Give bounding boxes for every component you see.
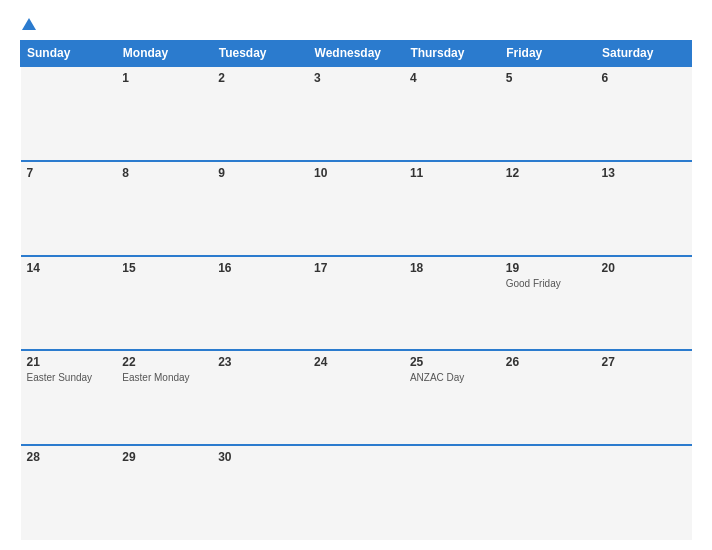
day-number: 17	[314, 261, 398, 275]
weekday-header-monday: Monday	[116, 41, 212, 67]
calendar-cell: 21Easter Sunday	[21, 350, 117, 445]
weekday-header-friday: Friday	[500, 41, 596, 67]
day-number: 25	[410, 355, 494, 369]
day-number: 7	[27, 166, 111, 180]
day-number: 14	[27, 261, 111, 275]
calendar-cell: 28	[21, 445, 117, 540]
day-number: 19	[506, 261, 590, 275]
calendar-cell: 10	[308, 161, 404, 256]
calendar-cell: 11	[404, 161, 500, 256]
calendar-cell: 8	[116, 161, 212, 256]
calendar-cell: 20	[596, 256, 692, 351]
calendar-cell	[500, 445, 596, 540]
calendar-cell: 1	[116, 66, 212, 161]
week-row-2: 141516171819Good Friday20	[21, 256, 692, 351]
day-number: 24	[314, 355, 398, 369]
calendar-cell: 3	[308, 66, 404, 161]
day-number: 9	[218, 166, 302, 180]
calendar-cell: 26	[500, 350, 596, 445]
day-number: 22	[122, 355, 206, 369]
calendar-header	[20, 18, 692, 30]
calendar-cell: 2	[212, 66, 308, 161]
calendar-cell: 15	[116, 256, 212, 351]
day-number: 1	[122, 71, 206, 85]
logo-blue-row	[20, 18, 36, 30]
week-row-1: 78910111213	[21, 161, 692, 256]
weekday-header-row: SundayMondayTuesdayWednesdayThursdayFrid…	[21, 41, 692, 67]
weekday-header-wednesday: Wednesday	[308, 41, 404, 67]
day-number: 12	[506, 166, 590, 180]
calendar-cell: 25ANZAC Day	[404, 350, 500, 445]
day-number: 28	[27, 450, 111, 464]
week-row-0: 123456	[21, 66, 692, 161]
day-number: 26	[506, 355, 590, 369]
calendar-cell: 5	[500, 66, 596, 161]
calendar-cell: 29	[116, 445, 212, 540]
day-number: 21	[27, 355, 111, 369]
calendar-cell: 27	[596, 350, 692, 445]
day-number: 6	[602, 71, 686, 85]
holiday-label: Easter Monday	[122, 371, 206, 384]
calendar-cell: 17	[308, 256, 404, 351]
day-number: 23	[218, 355, 302, 369]
calendar-cell	[404, 445, 500, 540]
logo-triangle-icon	[22, 18, 36, 30]
week-row-4: 282930	[21, 445, 692, 540]
day-number: 3	[314, 71, 398, 85]
calendar-cell: 22Easter Monday	[116, 350, 212, 445]
day-number: 15	[122, 261, 206, 275]
calendar-cell: 16	[212, 256, 308, 351]
holiday-label: Easter Sunday	[27, 371, 111, 384]
calendar-cell: 7	[21, 161, 117, 256]
calendar-cell: 6	[596, 66, 692, 161]
calendar-cell: 4	[404, 66, 500, 161]
day-number: 30	[218, 450, 302, 464]
week-row-3: 21Easter Sunday22Easter Monday232425ANZA…	[21, 350, 692, 445]
calendar-cell	[21, 66, 117, 161]
calendar-cell: 14	[21, 256, 117, 351]
weekday-header-thursday: Thursday	[404, 41, 500, 67]
calendar-page: SundayMondayTuesdayWednesdayThursdayFrid…	[0, 0, 712, 550]
calendar-cell: 30	[212, 445, 308, 540]
day-number: 11	[410, 166, 494, 180]
day-number: 29	[122, 450, 206, 464]
calendar-cell: 18	[404, 256, 500, 351]
day-number: 16	[218, 261, 302, 275]
calendar-cell: 19Good Friday	[500, 256, 596, 351]
day-number: 5	[506, 71, 590, 85]
logo	[20, 18, 36, 30]
calendar-cell: 9	[212, 161, 308, 256]
weekday-header-sunday: Sunday	[21, 41, 117, 67]
day-number: 20	[602, 261, 686, 275]
day-number: 8	[122, 166, 206, 180]
calendar-cell: 13	[596, 161, 692, 256]
calendar-cell: 24	[308, 350, 404, 445]
weekday-header-tuesday: Tuesday	[212, 41, 308, 67]
calendar-table: SundayMondayTuesdayWednesdayThursdayFrid…	[20, 40, 692, 540]
day-number: 10	[314, 166, 398, 180]
day-number: 2	[218, 71, 302, 85]
holiday-label: ANZAC Day	[410, 371, 494, 384]
calendar-cell	[596, 445, 692, 540]
calendar-cell: 23	[212, 350, 308, 445]
day-number: 4	[410, 71, 494, 85]
day-number: 13	[602, 166, 686, 180]
calendar-cell	[308, 445, 404, 540]
day-number: 18	[410, 261, 494, 275]
calendar-cell: 12	[500, 161, 596, 256]
day-number: 27	[602, 355, 686, 369]
weekday-header-saturday: Saturday	[596, 41, 692, 67]
holiday-label: Good Friday	[506, 277, 590, 290]
